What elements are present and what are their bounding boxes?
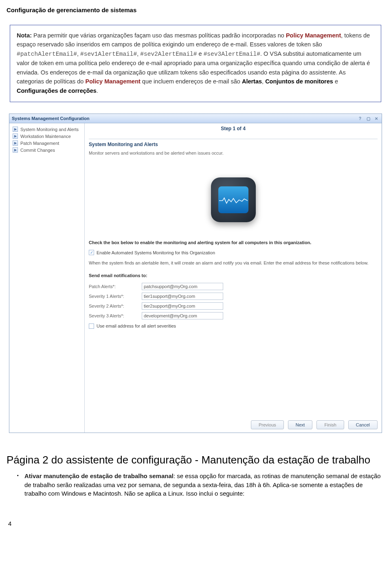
- category-alertas: Alertas: [242, 78, 262, 85]
- email-row-sev3: Severity 3 Alerts*:: [89, 312, 378, 319]
- note-dot: .: [97, 87, 98, 94]
- bullet-enable-workstation-maintenance: Ativar manutenção de estação de trabalho…: [7, 472, 384, 498]
- email-row-sev1: Severity 1 Alerts*:: [89, 293, 378, 300]
- token-sev3: #sev3AlertEmail#: [204, 51, 260, 57]
- step-icon: ▶: [13, 140, 18, 146]
- category-conjuntos: Conjuntos de monitores: [265, 78, 333, 85]
- page-header: Configuração de gerenciamento de sistema…: [7, 7, 384, 13]
- sidebar-item-workstation[interactable]: ▶ Workstation Maintenance: [11, 133, 83, 140]
- use-all-severities-label: Use email address for all alert severiti…: [97, 324, 176, 328]
- previous-button[interactable]: Previous: [251, 420, 284, 429]
- wizard-main: Step 1 of 4 System Monitoring and Alerts…: [85, 123, 382, 433]
- policy-management-ref-1: Policy Management: [286, 32, 341, 39]
- wizard-dialog: Systems Management Configuration ? ▢ ✕ ▶…: [9, 114, 382, 433]
- note-label: Nota:: [17, 32, 32, 39]
- enable-monitoring-label: Enable Automated Systems Monitoring for …: [97, 250, 215, 255]
- wizard-titlebar: Systems Management Configuration ? ▢ ✕: [9, 114, 382, 123]
- cancel-button[interactable]: Cancel: [348, 420, 378, 429]
- sidebar-item-commit[interactable]: ▶ Commit Changes: [11, 146, 83, 153]
- email-label-sev1: Severity 1 Alerts*:: [89, 294, 138, 299]
- step-icon: ▶: [13, 127, 18, 132]
- sep1: ,: [77, 50, 80, 57]
- wizard-section-title: System Monitoring and Alerts: [89, 139, 378, 147]
- word-e-1: e: [197, 50, 204, 57]
- wizard-notify-text: When the system finds an alertable item,…: [89, 260, 378, 266]
- sidebar-item-patch[interactable]: ▶ Patch Management: [11, 140, 83, 146]
- policy-management-ref-2: Policy Management: [85, 78, 140, 85]
- sep3: ,: [262, 78, 265, 85]
- wizard-title: Systems Management Configuration: [12, 116, 90, 121]
- note-text-4: que incluem endereços de e-mail são: [141, 78, 242, 85]
- note-box: Nota: Para permitir que várias organizaç…: [10, 25, 381, 102]
- wizard-footer: Previous Next Finish Cancel: [251, 420, 378, 429]
- next-button[interactable]: Next: [288, 420, 313, 429]
- token-sev1: #sev1AlertEmail#: [80, 51, 137, 57]
- close-icon[interactable]: ✕: [373, 116, 379, 121]
- note-text-1: Para permitir que várias organizações fa…: [32, 32, 286, 39]
- token-sev2: #sev2AlertEmail#: [140, 51, 197, 57]
- wizard-subhead: Check the box below to enable the monito…: [89, 240, 378, 245]
- step-icon: ▶: [13, 147, 18, 153]
- email-input-sev3[interactable]: [142, 312, 223, 319]
- maximize-icon[interactable]: ▢: [365, 116, 371, 121]
- email-label-sev3: Severity 3 Alerts*:: [89, 313, 138, 318]
- enable-monitoring-checkbox[interactable]: ✓: [89, 250, 94, 255]
- finish-button[interactable]: Finish: [316, 420, 344, 429]
- wizard-step-indicator: Step 1 of 4: [89, 126, 378, 131]
- wizard-sidebar: ▶ System Monitoring and Alerts ▶ Worksta…: [9, 123, 85, 433]
- step-icon: ▶: [13, 133, 18, 139]
- email-input-sev1[interactable]: [142, 293, 223, 300]
- email-label-patch: Patch Alerts*:: [89, 284, 138, 289]
- email-row-patch: Patch Alerts*:: [89, 283, 378, 290]
- sidebar-label: Patch Management: [20, 141, 59, 146]
- email-label-sev2: Severity 2 Alerts*:: [89, 304, 138, 308]
- section-2-title: Página 2 do assistente de configuração -…: [7, 453, 384, 467]
- send-notifications-head: Send email notifications to:: [89, 273, 378, 278]
- email-row-sev2: Severity 2 Alerts*:: [89, 302, 378, 310]
- wizard-description: Monitor servers and workstations and be …: [89, 151, 378, 155]
- monitoring-big-icon: [211, 177, 256, 222]
- sidebar-label: Commit Changes: [20, 148, 55, 153]
- email-input-sev2[interactable]: [142, 302, 223, 310]
- sidebar-label: Workstation Maintenance: [20, 134, 71, 139]
- word-e-2: e: [333, 78, 338, 85]
- token-patch: #patchAlertEmail#: [17, 51, 77, 57]
- help-icon[interactable]: ?: [357, 116, 363, 121]
- sidebar-item-monitoring[interactable]: ▶ System Monitoring and Alerts: [11, 126, 83, 133]
- category-config-correcoes: Configurações de correções: [17, 87, 97, 94]
- use-all-severities-checkbox[interactable]: [89, 324, 94, 329]
- page-number: 4: [0, 508, 391, 531]
- sidebar-label: System Monitoring and Alerts: [20, 127, 79, 132]
- bullet-label: Ativar manutenção de estação de trabalho…: [24, 472, 174, 479]
- email-input-patch[interactable]: [142, 283, 223, 290]
